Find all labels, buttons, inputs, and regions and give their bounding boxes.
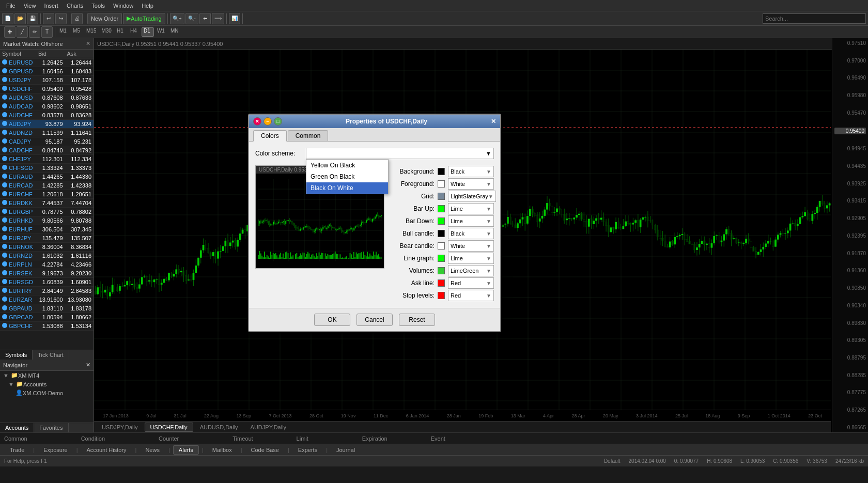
- market-row[interactable]: USDJPY 107.158 107.178: [0, 76, 94, 85]
- dialog-tab-colors[interactable]: Colors: [253, 130, 287, 142]
- market-row[interactable]: GBPCHF 1.53088 1.53134: [0, 322, 94, 331]
- nav-tab-codebase[interactable]: Code Base: [245, 445, 285, 455]
- scheme-black-white[interactable]: Black On White: [306, 182, 388, 194]
- market-row[interactable]: EURZAR 13.91600 13.93080: [0, 295, 94, 304]
- market-row[interactable]: CHFJPY 112.301 112.334: [0, 155, 94, 164]
- new-order-btn[interactable]: New Order: [87, 13, 122, 24]
- crosshair-btn[interactable]: ✚: [4, 26, 16, 38]
- menu-window[interactable]: Window: [109, 2, 137, 10]
- menu-view[interactable]: View: [20, 2, 40, 10]
- nav-tab-exposure[interactable]: Exposure: [38, 445, 73, 455]
- tab-tick-chart[interactable]: Tick Chart: [33, 350, 69, 360]
- market-row[interactable]: EURSGD 1.60839 1.60901: [0, 278, 94, 287]
- tf-m5[interactable]: M5: [71, 27, 83, 37]
- line-btn[interactable]: ╱: [17, 26, 28, 38]
- chart-end-btn[interactable]: ⟹: [212, 13, 224, 24]
- nav-tab-mailbox[interactable]: Mailbox: [207, 445, 238, 455]
- color-select[interactable]: White ▼: [448, 178, 494, 190]
- menu-insert[interactable]: Insert: [40, 2, 63, 10]
- dialog-min-btn[interactable]: −: [264, 117, 272, 126]
- search-input[interactable]: [763, 13, 866, 24]
- market-row[interactable]: AUDNZD 1.11599 1.11641: [0, 129, 94, 137]
- color-select[interactable]: Lime ▼: [448, 215, 494, 227]
- nav-tab-journal[interactable]: Journal: [331, 445, 361, 455]
- market-row[interactable]: CADCHF 0.84740 0.84792: [0, 146, 94, 155]
- market-watch-scroll[interactable]: Symbol Bid Ask EURUSD 1.26425 1.26444 GB…: [0, 50, 94, 350]
- nav-tab-history[interactable]: Account History: [81, 445, 132, 455]
- nav-item-demo[interactable]: 👤 XM.COM-Demo: [0, 388, 94, 397]
- market-row[interactable]: GBPCAD 1.80594 1.80662: [0, 313, 94, 322]
- nav-item-xmmt4[interactable]: ▼ 📁 XM MT4: [0, 371, 94, 380]
- color-select[interactable]: Black ▼: [448, 228, 494, 239]
- nav-item-accounts[interactable]: ▼ 📁 Accounts: [0, 380, 94, 388]
- properties-dialog[interactable]: ✕ − □ Properties of USDCHF,Daily ✕ Color…: [248, 114, 501, 332]
- color-select[interactable]: Lime ▼: [448, 253, 494, 264]
- market-row[interactable]: USDCHF 0.95400 0.95428: [0, 85, 94, 94]
- market-row[interactable]: AUDCHF 0.83578 0.83628: [0, 111, 94, 120]
- tf-h4[interactable]: H4: [128, 27, 141, 37]
- draw-btn[interactable]: ✏: [29, 26, 40, 38]
- menu-charts[interactable]: Charts: [63, 2, 87, 10]
- color-select[interactable]: Black ▼: [448, 166, 494, 177]
- tf-mn[interactable]: MN: [168, 27, 181, 37]
- redo-btn[interactable]: ↪: [55, 13, 67, 24]
- tf-w1[interactable]: W1: [155, 27, 167, 37]
- color-select[interactable]: White ▼: [448, 240, 494, 252]
- tf-m1[interactable]: M1: [57, 27, 70, 37]
- tf-m15[interactable]: M15: [84, 27, 98, 37]
- nav-tab-alerts[interactable]: Alerts: [173, 445, 199, 455]
- market-row[interactable]: CHFSGD 1.33324 1.33373: [0, 164, 94, 173]
- print-btn[interactable]: 🖨: [71, 13, 83, 24]
- market-row[interactable]: EURAUD 1.44265 1.44330: [0, 173, 94, 181]
- market-row[interactable]: EURCHF 1.20618 1.20651: [0, 190, 94, 199]
- save-btn[interactable]: 💾: [27, 13, 38, 24]
- market-row[interactable]: EURCAD 1.42285 1.42338: [0, 181, 94, 190]
- indicators-btn[interactable]: 📊: [229, 13, 240, 24]
- market-row[interactable]: EURHUF 306.504 307.345: [0, 225, 94, 234]
- undo-btn[interactable]: ↩: [43, 13, 54, 24]
- cancel-button[interactable]: Cancel: [357, 314, 393, 326]
- new-btn[interactable]: 📄: [2, 13, 13, 24]
- chart-scroll-btn[interactable]: ⬅: [199, 13, 211, 24]
- market-row[interactable]: EURTRY 2.84149 2.84583: [0, 287, 94, 295]
- nav-tab-accounts[interactable]: Accounts: [0, 423, 34, 432]
- text-btn[interactable]: T: [41, 26, 53, 38]
- chart-tab[interactable]: AUDJPY,Daily: [245, 423, 292, 432]
- tf-h1[interactable]: H1: [115, 27, 127, 37]
- nav-tab-trade[interactable]: Trade: [4, 445, 30, 455]
- chart-tab[interactable]: USDJPY,Daily: [96, 423, 144, 432]
- color-scheme-select[interactable]: ▼: [306, 148, 494, 159]
- nav-tab-experts[interactable]: Experts: [292, 445, 323, 455]
- market-row[interactable]: EURSEK 9.19673 9.20230: [0, 269, 94, 278]
- market-row[interactable]: EURUSD 1.26425 1.26444: [0, 58, 94, 67]
- color-scheme-dropdown[interactable]: ▼ Yellow On Black Green On Black Black O…: [306, 148, 494, 159]
- color-select[interactable]: Lime ▼: [448, 203, 494, 214]
- menu-tools[interactable]: Tools: [87, 2, 109, 10]
- reset-button[interactable]: Reset: [399, 314, 435, 326]
- color-select[interactable]: Red ▼: [448, 277, 494, 289]
- market-row[interactable]: EURNZD 1.61032 1.61116: [0, 252, 94, 260]
- market-row[interactable]: EURNOK 8.36004 8.36834: [0, 243, 94, 252]
- market-row[interactable]: GBPUSD 1.60456 1.60483: [0, 67, 94, 76]
- scheme-yellow[interactable]: Yellow On Black: [306, 160, 388, 171]
- zoom-out-btn[interactable]: 🔍-: [185, 13, 198, 24]
- market-row[interactable]: AUDUSD 0.87608 0.87633: [0, 94, 94, 102]
- market-watch-close[interactable]: ✕: [86, 40, 90, 47]
- dialog-max-btn[interactable]: □: [274, 117, 282, 126]
- color-select[interactable]: LimeGreen ▼: [448, 265, 494, 276]
- dialog-close-btn[interactable]: ✕: [253, 117, 261, 126]
- dialog-tab-common[interactable]: Common: [288, 130, 329, 141]
- open-btn[interactable]: 📂: [14, 13, 26, 24]
- color-select[interactable]: LightSlateGray ▼: [448, 191, 496, 202]
- market-row[interactable]: EURPLN 4.22784 4.23466: [0, 260, 94, 269]
- menu-help[interactable]: Help: [137, 2, 158, 10]
- scheme-green[interactable]: Green On Black: [306, 171, 388, 182]
- chart-tab[interactable]: AUDUSD,Daily: [194, 423, 244, 432]
- nav-tab-news[interactable]: News: [140, 445, 165, 455]
- market-row[interactable]: EURGBP 0.78775 0.78802: [0, 208, 94, 216]
- market-row[interactable]: CADJPY 95.187 95.231: [0, 137, 94, 146]
- tf-d1[interactable]: D1: [142, 27, 154, 37]
- autotrading-btn[interactable]: ▶ AutoTrading: [123, 13, 165, 24]
- market-row[interactable]: EURJPY 135.479 135.507: [0, 234, 94, 243]
- market-row[interactable]: EURDKK 7.44537 7.44704: [0, 199, 94, 208]
